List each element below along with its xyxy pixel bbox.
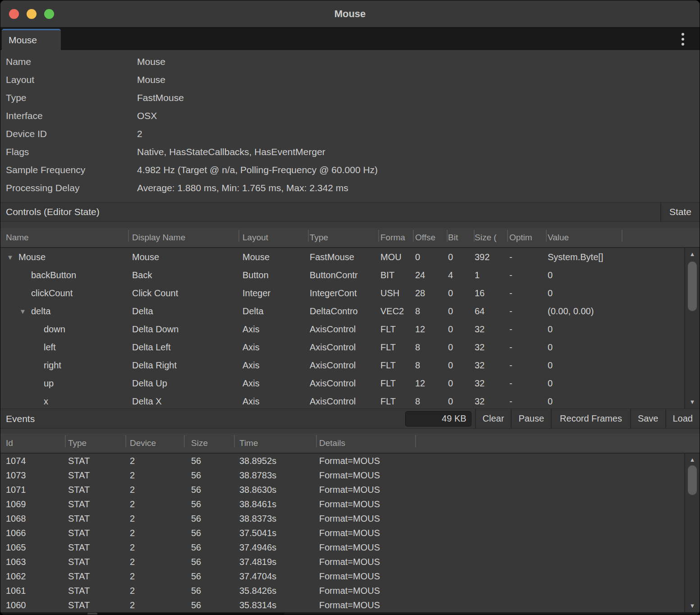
event-row[interactable]: 1068 STAT 2 56 38.8373s Format=MOUS <box>0 511 700 526</box>
column-header-layout[interactable]: Layout <box>238 228 308 247</box>
save-button[interactable]: Save <box>630 409 665 428</box>
control-layout: Mouse <box>238 248 308 266</box>
column-header-size[interactable]: Size ( <box>474 228 507 247</box>
close-button[interactable] <box>9 9 19 19</box>
event-row[interactable]: 1073 STAT 2 56 38.8783s Format=MOUS <box>0 468 700 482</box>
event-id: 1065 <box>0 540 65 555</box>
event-id: 1066 <box>0 526 65 540</box>
kebab-menu-icon[interactable] <box>676 32 690 46</box>
control-type: DeltaContro <box>308 302 378 320</box>
load-button[interactable]: Load <box>665 409 700 428</box>
event-buffer-size-field[interactable]: 49 KB <box>405 411 471 427</box>
record-frames-button[interactable]: Record Frames <box>551 409 630 428</box>
event-row[interactable]: 1074 STAT 2 56 38.8952s Format=MOUS <box>0 454 700 468</box>
event-size: 56 <box>184 511 234 526</box>
column-header-offset[interactable]: Offse <box>413 228 447 247</box>
column-header-value[interactable]: Value <box>546 228 622 247</box>
event-row[interactable]: 1069 STAT 2 56 38.8461s Format=MOUS <box>0 497 700 511</box>
control-name: left <box>44 342 56 353</box>
device-info-label: Interface <box>0 110 137 121</box>
column-header-time[interactable]: Time <box>234 433 316 453</box>
column-header-bit[interactable]: Bit <box>447 228 474 247</box>
device-info-value: FastMouse <box>137 92 700 103</box>
control-row[interactable]: x Delta X Axis AxisControl FLT 8 0 32 - … <box>0 392 700 408</box>
events-scrollbar[interactable]: ▲ ▼ <box>684 454 700 612</box>
event-type: STAT <box>65 454 125 468</box>
column-header-device[interactable]: Device <box>125 433 184 453</box>
event-row[interactable]: 1065 STAT 2 56 37.4946s Format=MOUS <box>0 540 700 555</box>
expander-triangle-icon[interactable]: ▼ <box>7 253 18 261</box>
state-button[interactable]: State <box>660 202 700 221</box>
column-header-id[interactable]: Id <box>0 433 65 453</box>
control-value: 0 <box>546 284 622 302</box>
control-size: 32 <box>474 338 507 356</box>
maximize-button[interactable] <box>44 9 54 19</box>
event-id: 1071 <box>0 482 65 497</box>
horizontal-scrollbar-thumb[interactable] <box>87 613 97 615</box>
control-row[interactable]: backButton Back Button ButtonContr BIT 2… <box>0 266 700 284</box>
column-header-name[interactable]: Name <box>0 228 128 247</box>
scroll-up-icon[interactable]: ▲ <box>685 251 700 257</box>
control-value: (0.00, 0.00) <box>546 302 622 320</box>
control-row[interactable]: down Delta Down Axis AxisControl FLT 12 … <box>0 320 700 338</box>
events-table-header: Id Type Device Size Time Details <box>0 433 700 454</box>
control-row[interactable]: clickCount Click Count Integer IntegerCo… <box>0 284 700 302</box>
device-info-value: 2 <box>137 129 700 139</box>
control-row[interactable]: ▼ delta Delta Delta DeltaContro VEC2 8 0… <box>0 302 700 320</box>
event-size: 56 <box>184 482 234 497</box>
events-scrollbar-thumb[interactable] <box>688 465 697 495</box>
event-size: 56 <box>184 598 234 612</box>
column-header-type[interactable]: Type <box>308 228 378 247</box>
controls-scrollbar-thumb[interactable] <box>688 262 697 311</box>
control-row[interactable]: ▼ Mouse Mouse Mouse FastMouse MOU 0 0 39… <box>0 248 700 266</box>
column-header-format[interactable]: Forma <box>378 228 413 247</box>
minimize-button[interactable] <box>27 9 37 19</box>
event-row[interactable]: 1061 STAT 2 56 35.8426s Format=MOUS <box>0 583 700 598</box>
control-row[interactable]: right Delta Right Axis AxisControl FLT 8… <box>0 356 700 374</box>
control-type: AxisControl <box>308 356 378 374</box>
control-row[interactable]: left Delta Left Axis AxisControl FLT 8 0… <box>0 338 700 356</box>
scroll-up-icon[interactable]: ▲ <box>685 457 700 463</box>
device-info-label: Layout <box>0 74 137 85</box>
event-row[interactable]: 1060 STAT 2 56 35.8314s Format=MOUS <box>0 598 700 612</box>
control-format: FLT <box>378 338 413 356</box>
control-optimized: - <box>507 266 546 284</box>
controls-scrollbar[interactable]: ▲ ▼ <box>684 248 700 408</box>
horizontal-scrollbar[interactable] <box>0 612 700 615</box>
window-title: Mouse <box>334 8 366 20</box>
control-layout: Axis <box>238 356 308 374</box>
control-type: AxisControl <box>308 320 378 338</box>
event-id: 1063 <box>0 555 65 569</box>
column-header-size[interactable]: Size <box>184 433 234 453</box>
control-value: 0 <box>546 266 622 284</box>
event-row[interactable]: 1062 STAT 2 56 37.4704s Format=MOUS <box>0 569 700 583</box>
column-header-details[interactable]: Details <box>316 433 415 453</box>
expander-triangle-icon[interactable]: ▼ <box>19 308 31 315</box>
control-size: 392 <box>474 248 507 266</box>
pause-button[interactable]: Pause <box>511 409 551 428</box>
column-header-display-name[interactable]: Display Name <box>128 228 238 247</box>
scroll-down-icon[interactable]: ▼ <box>685 399 700 405</box>
scroll-down-icon[interactable]: ▼ <box>685 603 700 609</box>
event-type: STAT <box>65 569 125 583</box>
control-name-cell: left <box>0 338 128 356</box>
horizontal-scrollbar-track[interactable] <box>97 613 284 615</box>
column-header-filler <box>415 433 700 453</box>
event-details: Format=MOUS <box>316 555 415 569</box>
event-time: 38.8461s <box>234 497 316 511</box>
event-row[interactable]: 1066 STAT 2 56 37.5041s Format=MOUS <box>0 526 700 540</box>
clear-button[interactable]: Clear <box>475 409 511 428</box>
device-info-label: Name <box>0 56 137 67</box>
column-header-optimized[interactable]: Optim <box>507 228 546 247</box>
event-id: 1061 <box>0 583 65 598</box>
control-value: 0 <box>546 320 622 338</box>
control-size: 64 <box>474 302 507 320</box>
event-type: STAT <box>65 511 125 526</box>
tab-mouse[interactable]: Mouse <box>2 29 61 50</box>
control-row[interactable]: up Delta Up Axis AxisControl FLT 12 0 32… <box>0 374 700 392</box>
column-header-type[interactable]: Type <box>65 433 125 453</box>
event-row[interactable]: 1071 STAT 2 56 38.8630s Format=MOUS <box>0 482 700 497</box>
event-time: 38.8630s <box>234 482 316 497</box>
control-layout: Axis <box>238 374 308 392</box>
event-row[interactable]: 1063 STAT 2 56 37.4819s Format=MOUS <box>0 555 700 569</box>
